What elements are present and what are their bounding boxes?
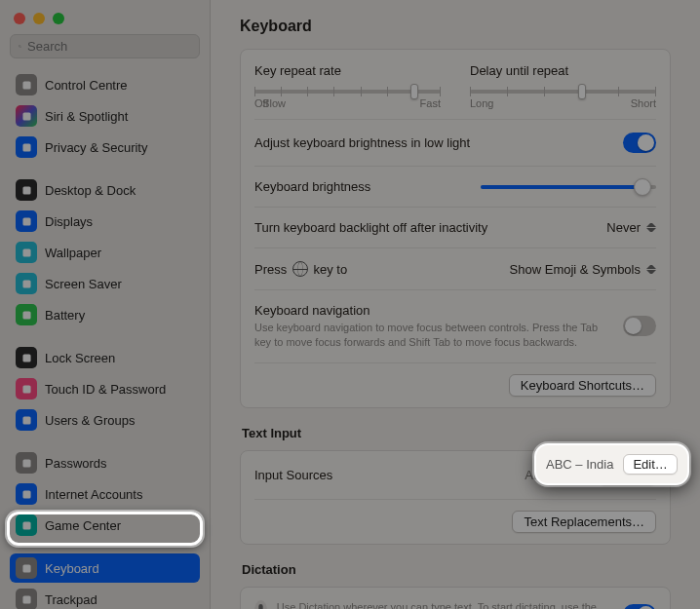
sidebar-icon [16,409,37,431]
svg-rect-4 [22,217,30,225]
sidebar-icon [16,378,37,400]
sidebar-item-label: Desktop & Dock [45,183,136,198]
keyboard-navigation-toggle[interactable] [623,316,656,336]
sidebar-item-keyboard[interactable]: Keyboard [10,553,200,583]
sidebar-item-label: Battery [45,308,85,323]
sidebar-icon [16,514,37,536]
sidebar-item-battery[interactable]: Battery [10,300,200,329]
main-content: Keyboard Key repeat rate OffSlowFast Del… [211,0,700,609]
globe-icon [292,261,308,277]
svg-rect-10 [22,416,30,424]
sidebar-item-control-centre[interactable]: Control Centre [10,70,200,99]
sidebar-item-label: Wallpaper [45,246,101,260]
sidebar-icon [16,347,37,368]
sidebar-item-label: Internet Accounts [45,487,142,502]
sidebar-icon [16,589,37,609]
keyboard-shortcuts-button[interactable]: Keyboard Shortcuts… [509,374,656,397]
sidebar-item-label: Privacy & Security [45,140,147,155]
sidebar-icon [16,304,37,325]
sidebar-item-label: Displays [45,214,93,229]
dictation-desc: Use Dictation wherever you can type text… [277,600,609,609]
sidebar-item-siri-spotlight[interactable]: Siri & Spotlight [10,101,200,131]
sidebar-item-trackpad[interactable]: Trackpad [10,585,200,609]
text-replacements-button[interactable]: Text Replacements… [512,511,656,533]
chevron-updown-icon [646,262,656,276]
sidebar-item-label: Siri & Spotlight [45,109,128,124]
sidebar-item-displays[interactable]: Displays [10,207,200,236]
search-icon [19,40,21,53]
sidebar-item-label: Passwords [45,456,107,471]
minimize-window-button[interactable] [33,13,45,24]
sidebar-item-game-center[interactable]: Game Center [10,511,200,540]
window-controls [0,0,210,34]
sidebar-item-lock-screen[interactable]: Lock Screen [10,343,200,372]
sidebar-icon [16,105,37,127]
sidebar-list: Control CentreSiri & SpotlightPrivacy & … [0,68,210,609]
svg-rect-12 [22,490,30,498]
sidebar-icon [16,242,37,263]
keyboard-brightness-slider[interactable] [481,185,656,189]
svg-rect-2 [22,143,30,151]
chevron-updown-icon [646,221,656,235]
key-repeat-rate-thumb[interactable] [410,84,418,99]
sidebar-item-label: Touch ID & Password [45,382,166,397]
svg-rect-6 [22,280,30,287]
sidebar-item-internet-accounts[interactable]: Internet Accounts [10,479,200,509]
keyboard-navigation-desc: Use keyboard navigation to move focus be… [254,321,609,350]
sidebar-icon [16,452,37,474]
sidebar-item-label: Users & Groups [45,413,135,428]
sidebar-item-label: Trackpad [45,592,97,607]
dictation-toggle[interactable] [623,604,656,609]
svg-rect-0 [22,81,30,89]
microphone-icon [254,600,267,609]
sidebar-item-privacy-security[interactable]: Privacy & Security [10,133,200,162]
svg-rect-11 [22,459,30,467]
svg-rect-7 [22,311,30,319]
search-field[interactable] [10,34,200,58]
input-sources-value-highlight: ABC – India [546,457,613,472]
lowlight-toggle[interactable] [623,133,656,153]
zoom-window-button[interactable] [53,13,64,24]
close-window-button[interactable] [14,13,25,24]
sidebar-item-passwords[interactable]: Passwords [10,448,200,477]
input-sources-edit-button-highlight[interactable]: Edit… [623,454,677,475]
delay-until-repeat-label: Delay until repeat [470,63,656,78]
sidebar-item-desktop-dock[interactable]: Desktop & Dock [10,175,200,205]
sidebar-icon [16,557,37,579]
lowlight-label: Adjust keyboard brightness in low light [254,135,609,150]
keyboard-settings-panel: Key repeat rate OffSlowFast Delay until … [240,49,671,408]
svg-rect-1 [22,112,30,120]
sidebar-item-touch-id-password[interactable]: Touch ID & Password [10,374,200,403]
sidebar-item-label: Control Centre [45,78,128,93]
sidebar-icon [16,74,37,95]
search-input[interactable] [27,39,191,54]
dictation-panel: Use Dictation wherever you can type text… [240,587,671,609]
svg-rect-14 [22,564,30,572]
sidebar-item-screen-saver[interactable]: Screen Saver [10,269,200,298]
backlight-off-select[interactable]: Never [606,220,656,235]
sidebar-icon [16,136,37,158]
key-repeat-rate-control[interactable]: Key repeat rate OffSlowFast [254,63,441,109]
dictation-heading: Dictation [242,562,669,577]
sidebar-icon [16,273,37,294]
sidebar-item-wallpaper[interactable]: Wallpaper [10,238,200,267]
press-globe-select[interactable]: Show Emoji & Symbols [510,262,656,277]
svg-rect-5 [22,248,30,256]
sidebar-item-label: Game Center [45,518,121,533]
svg-rect-13 [22,521,30,529]
input-sources-label: Input Sources [254,468,511,482]
brightness-knob[interactable] [634,178,651,196]
sidebar-item-users-groups[interactable]: Users & Groups [10,405,200,435]
delay-until-repeat-control[interactable]: Delay until repeat LongShort [470,63,656,109]
svg-rect-15 [22,595,30,603]
sidebar-item-label: Keyboard [45,561,99,576]
sidebar-item-label: Screen Saver [45,277,122,291]
sidebar-item-label: Lock Screen [45,351,115,365]
backlight-off-label: Turn keyboard backlight off after inacti… [254,220,593,235]
key-repeat-rate-label: Key repeat rate [254,63,441,78]
svg-rect-9 [22,385,30,393]
press-globe-label: Press key to [254,261,496,277]
text-input-heading: Text Input [242,426,669,440]
keyboard-navigation-label: Keyboard navigation [254,303,609,318]
delay-until-repeat-thumb[interactable] [578,84,586,99]
